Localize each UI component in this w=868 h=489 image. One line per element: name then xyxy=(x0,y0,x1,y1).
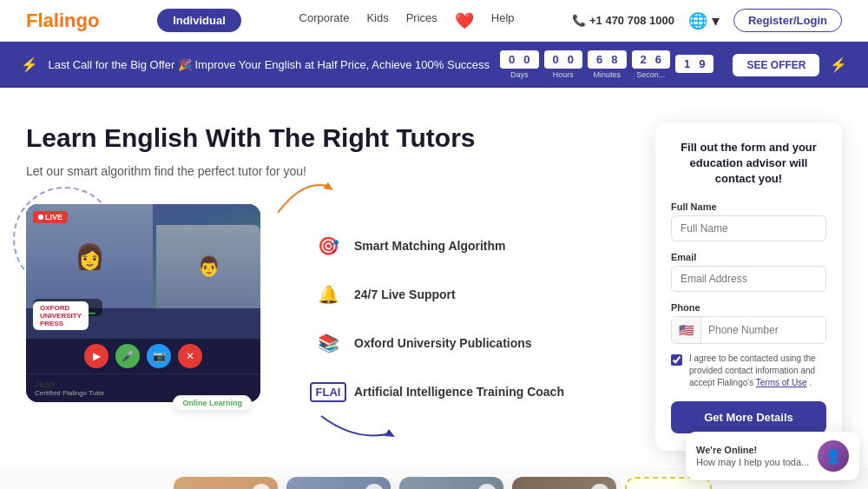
timer-seconds-d2: 6 xyxy=(652,52,665,67)
see-offer-button[interactable]: SEE OFFER xyxy=(733,54,819,76)
tutor-card-nathalie[interactable]: 👩 ▶ ⭐ Nathalie Certified English Tutor xyxy=(512,477,616,489)
logo-fla: Fla xyxy=(26,10,54,31)
nav-prices[interactable]: Prices xyxy=(406,11,437,30)
full-name-label: Full Name xyxy=(671,202,826,212)
feature-matching-text: Smart Matching Algorithm xyxy=(354,239,506,253)
timer-ms-d2: 9 xyxy=(695,56,708,71)
ai-icon: FLAI xyxy=(312,376,344,407)
features-list: 🎯 Smart Matching Algorithm 🔔 24/7 Live S… xyxy=(312,230,564,425)
tutor-nathalie-image: 👩 ▶ xyxy=(512,477,616,489)
timer-days-digits: 0 0 xyxy=(500,50,538,69)
hero-subtitle: Let our smart algorithm find the perfect… xyxy=(26,164,638,178)
terms-checkbox-row: I agree to be contacted using the provid… xyxy=(671,353,826,389)
countdown-timer: 0 0 Days 0 0 Hours 6 8 Minutes 2 6 Secon… xyxy=(500,50,713,79)
timer-hours-digits: 0 0 xyxy=(544,50,582,69)
timer-hours-label: Hours xyxy=(553,70,574,79)
timer-seconds-d1: 2 xyxy=(637,52,650,67)
timer-hours-d1: 0 xyxy=(549,52,562,67)
promo-banner: ⚡ Last Call for the Big Offer 🎉 Improve … xyxy=(0,42,868,88)
oxford-icon: 📚 xyxy=(312,327,344,359)
flai-logo: FLAI xyxy=(310,382,347,402)
timer-ms-d1: 1 xyxy=(681,56,694,71)
tutor-card-nina[interactable]: 👩‍🦰 ▶ ⭐ Nina CELTA Certified British acc… xyxy=(174,477,278,489)
chatbot-text-area: We're Online! How may I help you toda... xyxy=(696,445,811,467)
timer-minutes-d2: 8 xyxy=(608,52,621,67)
feature-matching: 🎯 Smart Matching Algorithm xyxy=(312,230,564,261)
tutor-nina-image: 👩‍🦰 ▶ xyxy=(174,477,278,489)
tutor-name-label: Jean xyxy=(35,380,252,389)
submit-button[interactable]: Get More Details xyxy=(671,401,826,433)
timer-minutes: 6 8 Minutes xyxy=(588,50,626,79)
register-login-button[interactable]: Register/Login xyxy=(733,9,842,32)
chatbot-message: How may I help you toda... xyxy=(696,457,811,467)
lightning-right-icon: ⚡ xyxy=(830,56,847,73)
terms-link[interactable]: Terms of Use xyxy=(756,378,807,387)
online-pill: Online Learning xyxy=(173,395,252,411)
play-video-icon[interactable]: ▶ xyxy=(477,484,496,489)
email-input[interactable] xyxy=(671,266,826,292)
timer-days: 0 0 Days xyxy=(500,50,538,79)
navbar: Flalingo Individual Corporate Kids Price… xyxy=(0,0,868,42)
timer-hours-d2: 0 xyxy=(564,52,577,67)
feature-oxford-text: Oxford University Publications xyxy=(354,336,532,350)
email-label: Email xyxy=(671,252,826,262)
timer-minutes-label: Minutes xyxy=(594,70,621,79)
phone-field-row: 🇺🇸 xyxy=(671,316,826,344)
play-video-icon[interactable]: ▶ xyxy=(590,484,609,489)
contact-form-panel: Fill out the form and your education adv… xyxy=(655,122,842,451)
feature-ai: FLAI Artificial Intelligence Training Co… xyxy=(312,376,564,407)
timer-hours: 0 0 Hours xyxy=(544,50,582,79)
main-section: Learn English With The Right Tutors Let … xyxy=(0,88,868,468)
support-icon: 🔔 xyxy=(312,279,344,310)
feature-support: 🔔 24/7 Live Support xyxy=(312,279,564,310)
favorites-heart-icon[interactable]: ❤️ xyxy=(455,11,474,30)
end-call-button[interactable]: ✕ xyxy=(178,344,202,368)
nav-right: 📞 +1 470 708 1000 🌐 ▾ Register/Login xyxy=(572,9,842,32)
timer-seconds: 2 6 Secon... xyxy=(632,50,670,79)
timer-seconds-digits: 2 6 xyxy=(632,50,670,69)
tutors-intro: Meet our professional interviewed tutors… xyxy=(26,477,156,489)
play-button[interactable]: ▶ xyxy=(84,344,108,368)
hero-title: Learn English With The Right Tutors xyxy=(26,122,638,154)
video-card[interactable]: 👩 👨 LIVE ▁▃▅▃▁▅▃▁ OXFORDUNIVERSITY xyxy=(26,204,260,402)
timer-days-d2: 0 xyxy=(520,52,533,67)
logo-lingo: lingo xyxy=(54,10,100,31)
svg-marker-0 xyxy=(323,182,333,190)
timer-minutes-digits: 6 8 xyxy=(588,50,626,69)
cam-button[interactable]: 📷 xyxy=(147,344,171,368)
nav-help[interactable]: Help xyxy=(491,11,515,30)
chatbot-widget[interactable]: We're Online! How may I help you toda...… xyxy=(686,432,859,480)
live-badge: LIVE xyxy=(33,211,68,223)
form-title: Fill out the form and your education adv… xyxy=(671,140,826,188)
full-name-input[interactable] xyxy=(671,215,826,241)
phone-number[interactable]: 📞 +1 470 708 1000 xyxy=(572,14,674,27)
timer-ms-digits: 1 9 xyxy=(675,55,713,73)
phone-label: Phone xyxy=(671,302,826,313)
feature-oxford: 📚 Oxford University Publications xyxy=(312,327,564,359)
nav-individual-button[interactable]: Individual xyxy=(157,9,241,32)
left-content: Learn English With The Right Tutors Let … xyxy=(26,122,638,425)
phone-input[interactable] xyxy=(701,318,826,342)
logo[interactable]: Flalingo xyxy=(26,10,99,32)
lightning-left-icon: ⚡ xyxy=(21,56,38,73)
globe-icon[interactable]: 🌐 ▾ xyxy=(688,11,720,30)
nav-corporate[interactable]: Corporate xyxy=(299,11,350,30)
nav-kids[interactable]: Kids xyxy=(366,11,388,30)
phone-flag-icon[interactable]: 🇺🇸 xyxy=(672,317,701,343)
tutor-colleen-image: 👩 ▶ xyxy=(399,477,503,489)
tutor-card-colleen[interactable]: 👩 ▶ ⭐ Colleen Native English Teacher xyxy=(399,477,503,489)
promo-text: Last Call for the Big Offer 🎉 Improve Yo… xyxy=(49,58,490,71)
nav-links: Corporate Kids Prices ❤️ Help xyxy=(299,11,515,30)
timer-days-d1: 0 xyxy=(505,52,518,67)
tutor-vincent-image: 👨 ▶ xyxy=(286,477,391,489)
feature-ai-text: Artificial Intelligence Training Coach xyxy=(354,385,564,399)
tutor-card-vincent[interactable]: 👨 ▶ ⭐ Vincent TEFL Certified xyxy=(286,477,391,489)
play-video-icon[interactable]: ▶ xyxy=(365,484,384,489)
timer-days-label: Days xyxy=(510,70,529,79)
chatbot-avatar[interactable]: 👤 xyxy=(818,440,849,472)
terms-checkbox[interactable] xyxy=(671,354,682,366)
play-video-icon[interactable]: ▶ xyxy=(252,484,271,489)
video-card-container: 👩 👨 LIVE ▁▃▅▃▁▅▃▁ OXFORDUNIVERSITY xyxy=(26,195,260,402)
timer-minutes-d1: 6 xyxy=(593,52,606,67)
mic-button[interactable]: 🎤 xyxy=(115,344,140,368)
